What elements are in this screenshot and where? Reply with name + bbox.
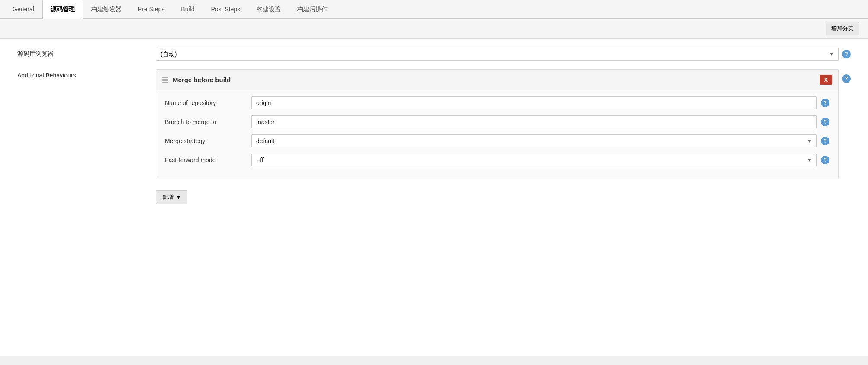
source-browser-label: 源码库浏览器 xyxy=(17,48,156,58)
add-new-label: 新增 xyxy=(162,193,174,201)
behaviour-header: Merge before build X xyxy=(156,70,838,90)
tab-build[interactable]: Build xyxy=(173,0,203,19)
fast-forward-select-wrap: --ff ▼ xyxy=(251,154,817,166)
tab-post-build[interactable]: 构建后操作 xyxy=(289,0,336,19)
add-new-wrap: 新增 ▼ xyxy=(156,184,851,206)
add-new-button[interactable]: 新增 ▼ xyxy=(156,190,187,204)
merge-strategy-row: Merge strategy default ▼ ? xyxy=(165,134,829,147)
behaviour-help-icon[interactable]: ? xyxy=(842,74,851,83)
source-browser-control: (自动) ▼ ? xyxy=(156,48,851,61)
additional-behaviours-control: Merge before build X Name of repository … xyxy=(156,69,851,206)
additional-behaviours-row: Additional Behaviours Merge before build xyxy=(17,69,851,206)
behaviour-body: Name of repository ? Branch to merge to … xyxy=(156,90,838,179)
source-browser-select[interactable]: (自动) xyxy=(156,48,839,61)
merge-strategy-select[interactable]: default xyxy=(251,134,817,147)
tab-post-steps[interactable]: Post Steps xyxy=(203,0,248,19)
content-area: 增加分支 源码库浏览器 (自动) ▼ ? Additional Behaviou… xyxy=(0,19,868,356)
name-of-repository-row: Name of repository ? xyxy=(165,96,829,109)
branch-to-merge-row: Branch to merge to ? xyxy=(165,115,829,128)
behaviour-title-wrap: Merge before build xyxy=(162,76,231,83)
tab-bar: General 源码管理 构建触发器 Pre Steps Build Post … xyxy=(0,0,868,19)
fast-forward-row: Fast-forward mode --ff ▼ ? xyxy=(165,154,829,166)
tab-general[interactable]: General xyxy=(4,0,42,19)
behaviour-box: Merge before build X Name of repository … xyxy=(156,69,839,179)
add-btn-arrow-icon: ▼ xyxy=(176,195,181,200)
form-section: 源码库浏览器 (自动) ▼ ? Additional Behaviours xyxy=(0,39,868,223)
source-browser-select-wrapper: (自动) ▼ xyxy=(156,48,839,61)
fast-forward-help-icon[interactable]: ? xyxy=(821,156,829,164)
branch-to-merge-input[interactable] xyxy=(251,115,817,128)
tab-source-control[interactable]: 源码管理 xyxy=(42,0,83,19)
additional-behaviours-label: Additional Behaviours xyxy=(17,69,156,79)
branch-to-merge-help-icon[interactable]: ? xyxy=(821,118,829,126)
name-of-repository-help-icon[interactable]: ? xyxy=(821,99,829,107)
behaviour-form-row: Merge before build X Name of repository … xyxy=(156,69,851,179)
source-browser-row: 源码库浏览器 (自动) ▼ ? xyxy=(17,48,851,61)
source-browser-help-icon[interactable]: ? xyxy=(842,50,851,58)
tab-build-triggers[interactable]: 构建触发器 xyxy=(83,0,130,19)
merge-strategy-help-icon[interactable]: ? xyxy=(821,137,829,145)
name-of-repository-input[interactable] xyxy=(251,96,817,109)
close-behaviour-button[interactable]: X xyxy=(820,75,832,85)
top-bar: 增加分支 xyxy=(0,19,868,39)
merge-strategy-label: Merge strategy xyxy=(165,138,247,144)
tab-pre-steps[interactable]: Pre Steps xyxy=(130,0,173,19)
fast-forward-label: Fast-forward mode xyxy=(165,157,247,163)
add-branch-button[interactable]: 增加分支 xyxy=(826,22,859,35)
name-of-repository-label: Name of repository xyxy=(165,99,247,106)
branch-to-merge-label: Branch to merge to xyxy=(165,118,247,125)
behaviour-title: Merge before build xyxy=(173,76,231,83)
fast-forward-select[interactable]: --ff xyxy=(251,154,817,166)
behaviour-help-col: ? xyxy=(839,69,851,83)
tab-build-settings[interactable]: 构建设置 xyxy=(248,0,289,19)
merge-strategy-select-wrap: default ▼ xyxy=(251,134,817,147)
drag-handle-icon[interactable] xyxy=(162,77,168,83)
